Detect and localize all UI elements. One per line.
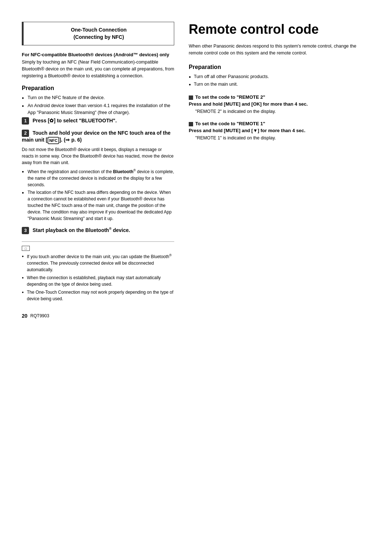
- remote-2-title: To set the code to "REMOTE 2": [195, 94, 265, 100]
- list-item: The One-Touch Connection may not work pr…: [22, 289, 174, 302]
- remote-2-body: "REMOTE 2" is indicated on the display.: [195, 108, 370, 115]
- list-item: An Android device lower than version 4.1…: [22, 102, 174, 116]
- prep-bullet-list: Turn on the NFC feature of the device. A…: [22, 94, 174, 116]
- step-2-bullet-list: When the registration and connection of …: [22, 168, 174, 222]
- for-nfc-section: For NFC-compatible Bluetooth® devices (A…: [22, 52, 174, 79]
- list-item: When the registration and connection of …: [22, 168, 174, 188]
- remote-1-subtitle: Press and hold [MUTE] and [▼] for more t…: [189, 128, 370, 133]
- step-2-number: 2: [22, 130, 29, 137]
- remote-2-title-row: To set the code to "REMOTE 2": [189, 94, 370, 100]
- list-item: Turn on the main unit.: [189, 81, 370, 88]
- list-item: When the connection is established, play…: [22, 274, 174, 288]
- list-item: Turn on the NFC feature of the device.: [22, 94, 174, 101]
- square-bullet-icon: [189, 122, 193, 126]
- remote-1-title: To set the code to "REMOTE 1": [195, 121, 265, 126]
- section-title: One-Touch Connection (Connecting by NFC): [29, 27, 169, 41]
- right-preparation-heading: Preparation: [189, 64, 370, 70]
- step-2-title: Touch and hold your device on the NFC to…: [22, 130, 171, 143]
- for-nfc-body: Simply by touching an NFC (Near Field Co…: [22, 59, 174, 79]
- section-box-nfc: One-Touch Connection (Connecting by NFC): [22, 22, 174, 45]
- step-1-number: 1: [22, 117, 29, 125]
- remote-2-subtitle: Press and hold [MUTE] and [OK] for more …: [189, 101, 370, 107]
- remote-1-body: "REMOTE 1" is indicated on the display.: [195, 135, 370, 142]
- step-2-block: 2 Touch and hold your device on the NFC …: [22, 130, 174, 222]
- remote-2-block: To set the code to "REMOTE 2" Press and …: [189, 94, 370, 115]
- step-2-body-text: Do not move the Bluetooth® device until …: [22, 146, 174, 166]
- nfc-icon: NFC: [48, 137, 60, 144]
- for-nfc-title: For NFC-compatible Bluetooth® devices (A…: [22, 52, 174, 57]
- page-footer: 20 RQT9903: [22, 313, 174, 319]
- main-title: Remote control code: [189, 22, 370, 37]
- step-3-number: 3: [22, 227, 29, 234]
- list-item: The location of the NFC touch area diffe…: [22, 189, 174, 222]
- two-column-layout: One-Touch Connection (Connecting by NFC)…: [22, 22, 370, 532]
- remote-1-title-row: To set the code to "REMOTE 1": [189, 121, 370, 126]
- list-item: If you touch another device to the main …: [22, 253, 174, 273]
- page: One-Touch Connection (Connecting by NFC)…: [0, 0, 392, 554]
- step-1-title: Press [✿] to select "BLUETOOTH".: [33, 118, 117, 123]
- note-box: □ If you touch another device to the mai…: [22, 241, 174, 302]
- step-3-block: 3 Start playback on the Bluetooth® devic…: [22, 227, 174, 234]
- right-prep-bullet-list: Turn off all other Panasonic products. T…: [189, 73, 370, 88]
- intro-text: When other Panasonic devices respond to …: [189, 43, 370, 57]
- step-1-block: 1 Press [✿] to select "BLUETOOTH".: [22, 117, 174, 125]
- note-icon: □: [22, 246, 30, 251]
- page-code: RQT9903: [30, 313, 49, 318]
- list-item: Turn off all other Panasonic products.: [189, 73, 370, 80]
- left-column: One-Touch Connection (Connecting by NFC)…: [22, 22, 174, 532]
- note-list: If you touch another device to the main …: [22, 253, 174, 302]
- right-column: Remote control code When other Panasonic…: [189, 22, 370, 532]
- page-number: 20: [22, 313, 28, 319]
- step-2-body: Do not move the Bluetooth® device until …: [22, 146, 174, 222]
- remote-1-block: To set the code to "REMOTE 1" Press and …: [189, 121, 370, 142]
- preparation-heading: Preparation: [22, 85, 174, 91]
- square-bullet-icon: [189, 95, 193, 100]
- step-3-title: Start playback on the Bluetooth® device.: [33, 227, 130, 233]
